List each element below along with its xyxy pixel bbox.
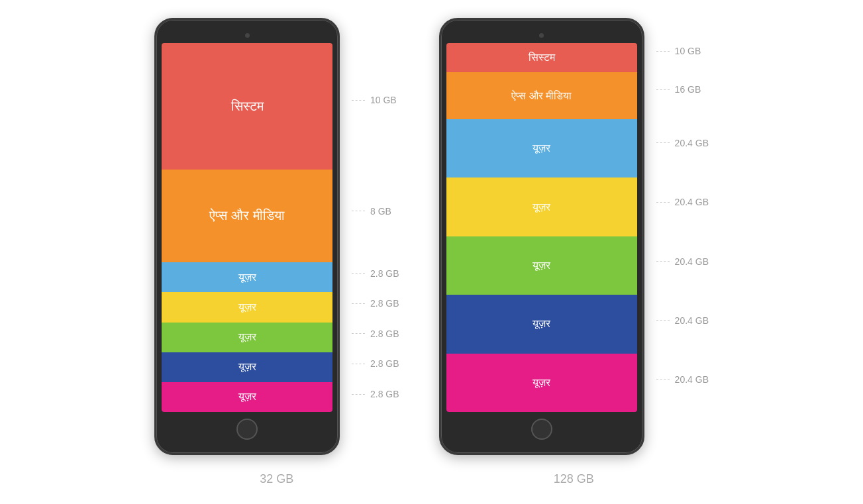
label-item-ipad-128gb-1: 16 GB bbox=[656, 66, 709, 113]
label-item-ipad-128gb-2: 20.4 GB bbox=[656, 113, 709, 172]
dash-line bbox=[656, 89, 670, 90]
segment-ipad-32gb-0: सिस्टम bbox=[162, 43, 332, 170]
label-item-ipad-128gb-6: 20.4 GB bbox=[656, 350, 709, 409]
label-item-ipad-128gb-3: 20.4 GB bbox=[656, 173, 709, 232]
segment-ipad-128gb-6: यूज़र bbox=[446, 354, 637, 412]
segment-ipad-32gb-4: यूज़र bbox=[162, 323, 332, 352]
ipad-home-button bbox=[531, 419, 552, 440]
label-item-ipad-32gb-1: 8 GB bbox=[352, 164, 399, 258]
segment-ipad-128gb-2: यूज़र bbox=[446, 119, 637, 177]
segment-ipad-32gb-5: यूज़र bbox=[162, 352, 332, 382]
dash-line bbox=[352, 273, 365, 274]
dash-line bbox=[352, 364, 365, 364]
ipad-frame-ipad-32gb: सिस्टमऐप्स और मीडियायूज़रयूज़रयूज़रयूज़र… bbox=[154, 18, 340, 455]
label-value: 2.8 GB bbox=[370, 358, 399, 369]
device-row-ipad-128gb: सिस्टमऐप्स और मीडियायूज़रयूज़रयूज़रयूज़र… bbox=[439, 18, 709, 455]
dash-line bbox=[656, 202, 670, 203]
label-value: 20.4 GB bbox=[675, 315, 709, 326]
segment-ipad-128gb-3: यूज़र bbox=[446, 177, 637, 236]
label-item-ipad-128gb-5: 20.4 GB bbox=[656, 291, 709, 350]
label-item-ipad-32gb-0: 10 GB bbox=[352, 36, 399, 164]
label-value: 20.4 GB bbox=[675, 374, 709, 385]
label-item-ipad-32gb-4: 2.8 GB bbox=[352, 319, 399, 349]
caption-ipad-32gb: 32 GB bbox=[260, 472, 293, 486]
segment-ipad-32gb-2: यूज़र bbox=[162, 262, 332, 292]
ipad-home-button bbox=[236, 419, 258, 440]
label-item-ipad-32gb-3: 2.8 GB bbox=[352, 288, 399, 319]
label-value: 8 GB bbox=[370, 206, 391, 217]
ipad-camera bbox=[245, 33, 250, 38]
segment-ipad-128gb-1: ऐप्स और मीडिया bbox=[446, 72, 637, 119]
label-value: 2.8 GB bbox=[370, 328, 399, 339]
dash-line bbox=[656, 142, 670, 143]
segment-ipad-32gb-3: यूज़र bbox=[162, 292, 332, 322]
label-item-ipad-32gb-5: 2.8 GB bbox=[352, 349, 399, 379]
label-item-ipad-128gb-0: 10 GB bbox=[656, 36, 709, 66]
label-value: 10 GB bbox=[675, 46, 701, 56]
dash-line bbox=[352, 394, 365, 395]
label-value: 2.8 GB bbox=[370, 298, 399, 309]
label-value: 20.4 GB bbox=[675, 256, 709, 267]
device-group-ipad-128gb: सिस्टमऐप्स और मीडियायूज़रयूज़रयूज़रयूज़र… bbox=[439, 18, 709, 486]
label-value: 2.8 GB bbox=[370, 268, 399, 279]
label-value: 20.4 GB bbox=[675, 138, 709, 148]
main-container: सिस्टमऐप्स और मीडियायूज़रयूज़रयूज़रयूज़र… bbox=[0, 5, 863, 499]
dash-line bbox=[656, 261, 670, 262]
dash-line bbox=[656, 379, 670, 380]
dash-line bbox=[352, 100, 365, 101]
segment-ipad-128gb-4: यूज़र bbox=[446, 236, 637, 295]
device-group-ipad-32gb: सिस्टमऐप्स और मीडियायूज़रयूज़रयूज़रयूज़र… bbox=[154, 18, 399, 486]
label-value: 2.8 GB bbox=[370, 389, 399, 399]
segment-ipad-128gb-5: यूज़र bbox=[446, 295, 637, 353]
ipad-frame-ipad-128gb: सिस्टमऐप्स और मीडियायूज़रयूज़रयूज़रयूज़र… bbox=[439, 18, 644, 455]
ipad-screen-ipad-128gb: सिस्टमऐप्स और मीडियायूज़रयूज़रयूज़रयूज़र… bbox=[446, 43, 637, 412]
label-value: 20.4 GB bbox=[675, 197, 709, 207]
caption-ipad-128gb: 128 GB bbox=[554, 472, 594, 486]
labels-col-ipad-32gb: 10 GB8 GB2.8 GB2.8 GB2.8 GB2.8 GB2.8 GB bbox=[352, 18, 399, 455]
ipad-screen-ipad-32gb: सिस्टमऐप्स और मीडियायूज़रयूज़रयूज़रयूज़र… bbox=[162, 43, 332, 412]
label-value: 10 GB bbox=[370, 95, 397, 105]
labels-col-ipad-128gb: 10 GB16 GB20.4 GB20.4 GB20.4 GB20.4 GB20… bbox=[656, 18, 709, 455]
label-item-ipad-32gb-6: 2.8 GB bbox=[352, 379, 399, 409]
label-item-ipad-128gb-4: 20.4 GB bbox=[656, 232, 709, 291]
dash-line bbox=[352, 333, 365, 334]
ipad-camera bbox=[539, 33, 544, 38]
segment-ipad-32gb-6: यूज़र bbox=[162, 382, 332, 412]
segment-ipad-32gb-1: ऐप्स और मीडिया bbox=[162, 170, 332, 263]
segment-ipad-128gb-0: सिस्टम bbox=[446, 43, 637, 72]
dash-line bbox=[352, 303, 365, 304]
device-row-ipad-32gb: सिस्टमऐप्स और मीडियायूज़रयूज़रयूज़रयूज़र… bbox=[154, 18, 399, 455]
dash-line bbox=[352, 211, 365, 211]
dash-line bbox=[656, 320, 670, 321]
dash-line bbox=[656, 51, 670, 52]
label-value: 16 GB bbox=[675, 84, 701, 95]
label-item-ipad-32gb-2: 2.8 GB bbox=[352, 258, 399, 289]
